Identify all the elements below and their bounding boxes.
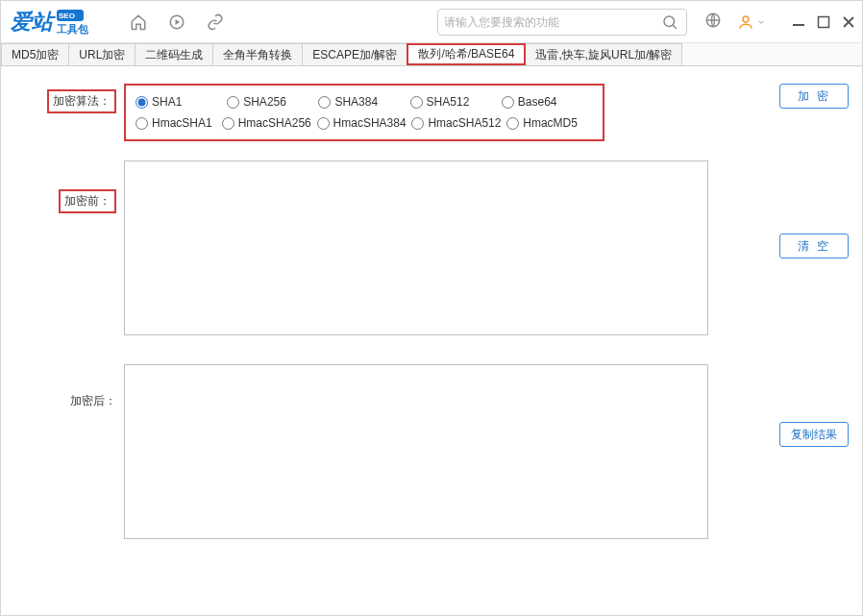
svg-point-5 [664,16,675,27]
maximize-button[interactable] [816,14,831,30]
tab-url[interactable]: URL加密 [68,43,136,65]
tab-label: 全角半角转换 [223,47,292,63]
before-label: 加密前： [1,160,124,213]
main-content: 加密算法： SHA1 SHA256 SHA384 SHA512 Base64 H… [1,66,862,615]
radio-hmacsha384[interactable]: HmacSHA384 [317,116,412,130]
tab-label: 二维码生成 [145,47,203,63]
side-buttons: 加 密 清 空 复制结果 [756,66,862,615]
search-input[interactable] [444,15,659,29]
tab-label: 迅雷,快车,旋风URL加/解密 [535,47,672,63]
search-icon[interactable] [659,12,680,33]
radio-hmacmd5[interactable]: HmacMD5 [506,116,593,130]
radio-hmacsha1[interactable]: HmacSHA1 [136,116,222,130]
after-textarea[interactable] [124,364,708,539]
toolbar-icons [130,13,224,31]
radio-hmacsha512[interactable]: HmacSHA512 [411,116,506,130]
tab-thunder-url[interactable]: 迅雷,快车,旋风URL加/解密 [525,43,682,65]
user-menu[interactable] [737,13,766,31]
tab-hash-base64[interactable]: 散列/哈希/BASE64 [407,43,526,65]
after-label: 加密后： [1,364,124,409]
globe-icon[interactable] [704,12,722,32]
radio-sha256[interactable]: SHA256 [227,95,318,109]
tab-label: 散列/哈希/BASE64 [418,46,514,62]
minimize-button[interactable] [791,14,806,30]
close-button[interactable] [841,14,856,30]
titlebar-right [704,12,856,32]
radio-sha384[interactable]: SHA384 [318,95,409,109]
after-row: 加密后： [1,364,756,539]
radio-base64[interactable]: Base64 [502,95,593,109]
tab-fullhalf[interactable]: 全角半角转换 [212,43,303,65]
encrypt-button[interactable]: 加 密 [779,84,849,109]
radio-hmacsha256[interactable]: HmacSHA256 [222,116,317,130]
copy-result-button[interactable]: 复制结果 [779,422,849,447]
before-row: 加密前： [1,160,756,335]
before-textarea[interactable] [124,160,708,335]
play-icon[interactable] [168,13,185,31]
link-icon[interactable] [207,13,224,31]
app-logo: 爱站 SEO 工具包 [11,8,116,37]
clear-button[interactable]: 清 空 [779,234,849,259]
tab-md5[interactable]: MD5加密 [1,43,69,65]
tab-strip: MD5加密 URL加密 二维码生成 全角半角转换 ESCAPE加/解密 散列/哈… [1,43,862,66]
radio-sha512[interactable]: SHA512 [410,95,502,109]
svg-rect-8 [793,24,804,26]
title-bar: 爱站 SEO 工具包 [1,1,862,43]
tab-label: ESCAPE加/解密 [312,47,397,63]
svg-rect-9 [819,16,829,27]
tab-escape[interactable]: ESCAPE加/解密 [302,43,407,65]
svg-text:SEO: SEO [59,12,75,20]
chevron-down-icon [756,17,766,27]
algorithm-row: 加密算法： SHA1 SHA256 SHA384 SHA512 Base64 H… [1,84,756,141]
home-icon[interactable] [130,13,147,31]
svg-text:爱站: 爱站 [11,10,57,34]
algorithm-options: SHA1 SHA256 SHA384 SHA512 Base64 HmacSHA… [124,84,604,141]
algorithm-label: 加密算法： [1,84,124,113]
svg-point-7 [743,16,749,22]
window-controls [791,14,856,30]
search-box[interactable] [437,9,687,36]
tab-qrcode[interactable]: 二维码生成 [135,43,213,65]
radio-sha1[interactable]: SHA1 [136,95,227,109]
tab-label: MD5加密 [12,47,59,63]
tab-label: URL加密 [79,47,125,63]
svg-text:工具包: 工具包 [56,23,89,36]
